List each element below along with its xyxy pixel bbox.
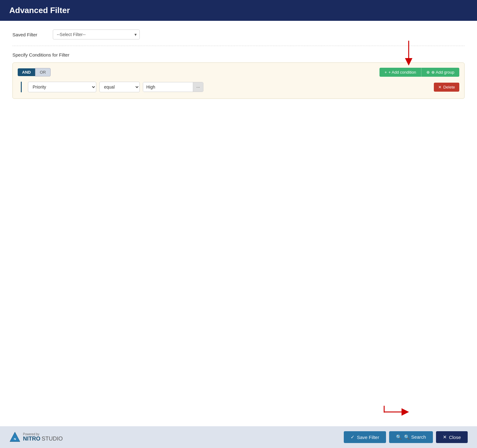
main-content: Saved Filter --Select Filter-- Specify C… [0,21,477,426]
filter-box: AND OR + + Add condition ⊕ ⊕ Add group [12,62,465,99]
add-condition-button[interactable]: + + Add condition [379,68,421,77]
delete-button[interactable]: ✕ Delete [434,83,459,92]
operator-select[interactable]: equal [99,82,140,92]
saved-filter-select[interactable]: --Select Filter-- [53,30,140,39]
circle-plus-icon: ⊕ [426,70,430,75]
brand-logo: N Powered by NITRO STUDIO [9,432,63,443]
conditions-label: Specify Conditions for Filter [12,52,465,57]
filter-top-row: AND OR + + Add condition ⊕ ⊕ Add group [18,68,459,77]
footer-brand: N Powered by NITRO STUDIO [9,432,63,443]
checkmark-icon: ✓ [351,434,355,440]
nitro-logo-icon: N [9,432,20,443]
search-icon: 🔍 [396,434,402,440]
close-icon: ✕ [443,434,447,440]
footer-buttons-container: ✓ Save Filter 🔍 🔍 Search ✕ Close [344,431,468,443]
or-button[interactable]: OR [35,68,51,76]
add-condition-label: + Add condition [388,70,416,75]
value-dots-button[interactable]: ··· [193,82,203,92]
plus-icon: + [384,70,387,75]
brand-text-group: Powered by NITRO STUDIO [23,433,63,441]
and-button[interactable]: AND [18,68,35,76]
footer: N Powered by NITRO STUDIO ✓ [0,426,477,448]
and-or-group: AND OR [18,68,51,76]
footer-buttons: ✓ Save Filter 🔍 🔍 Search ✕ Close [344,431,468,443]
delete-icon: ✕ [438,85,442,89]
condition-row: Priority equal ··· [28,82,429,92]
field-select[interactable]: Priority [28,82,96,92]
close-label: Close [449,435,461,440]
svg-text:N: N [14,437,16,441]
saved-filter-select-wrapper: --Select Filter-- [53,30,140,39]
add-buttons: + + Add condition ⊕ ⊕ Add group [379,68,459,77]
brand-studio-text: STUDIO [42,436,63,441]
brand-nitro-text: NITRO [23,436,40,441]
search-button[interactable]: 🔍 🔍 Search [389,431,433,443]
value-input[interactable] [143,82,193,92]
page-title: Advanced Filter [9,6,468,15]
saved-filter-row: Saved Filter --Select Filter-- [12,30,465,46]
save-filter-button[interactable]: ✓ Save Filter [344,431,386,443]
add-group-button[interactable]: ⊕ ⊕ Add group [421,68,459,77]
value-input-wrapper: ··· [143,82,203,92]
saved-filter-label: Saved Filter [12,32,53,37]
filter-box-container: AND OR + + Add condition ⊕ ⊕ Add group [12,62,465,99]
delete-label: Delete [443,85,455,89]
condition-container: Priority equal ··· ✕ Delete [21,82,459,92]
close-button[interactable]: ✕ Close [436,431,468,443]
add-group-label: ⊕ Add group [431,70,454,75]
search-label: 🔍 Search [404,434,426,440]
save-filter-label: Save Filter [357,435,379,440]
header: Advanced Filter [0,0,477,21]
